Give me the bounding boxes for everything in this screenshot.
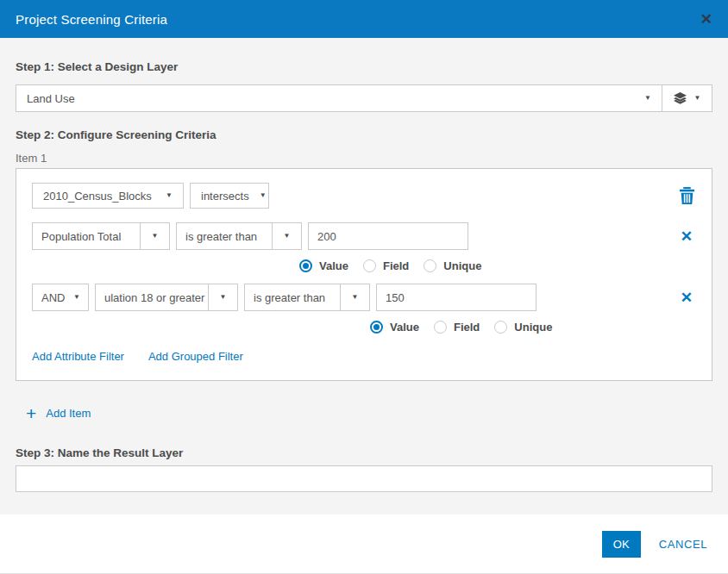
design-layer-value: Land Use [27, 92, 75, 105]
target-layer-dropdown[interactable]: 2010_Census_Blocks ▼ [32, 183, 184, 209]
spatial-operator-value: intersects [201, 190, 249, 203]
design-layer-select: Land Use ▼ ▼ [16, 84, 712, 112]
filter2-field-dropdown[interactable]: ulation 18 or greater ▼ [95, 284, 238, 311]
radio-icon[interactable] [434, 321, 447, 334]
filter2-operator-value: is greater than [245, 291, 340, 304]
chevron-down-icon: ▼ [220, 294, 227, 301]
dialog-header: Project Screening Criteria ✕ [0, 0, 728, 38]
chevron-down-icon: ▼ [73, 294, 80, 301]
add-item-label: Add Item [46, 407, 91, 420]
filter1-operator-dropdown[interactable]: is greater than ▼ [176, 222, 302, 250]
chevron-down-icon: ▼ [352, 294, 359, 301]
dialog-title: Project Screening Criteria [16, 12, 167, 27]
filter2-value-input[interactable] [376, 284, 537, 311]
spatial-operator-dropdown[interactable]: intersects ▼ [190, 183, 269, 209]
chevron-down-icon: ▼ [694, 95, 701, 102]
chevron-down-icon: ▼ [644, 95, 651, 102]
radio-icon[interactable] [363, 259, 376, 272]
filter2-logic-dropdown[interactable]: AND ▼ [32, 284, 89, 311]
dialog-body: Step 1: Select a Design Layer Land Use ▼… [0, 38, 728, 515]
step3-label: Step 3: Name the Result Layer [16, 446, 712, 459]
target-layer-value: 2010_Census_Blocks [43, 190, 152, 203]
screening-item-panel: 2010_Census_Blocks ▼ intersects ▼ [16, 168, 712, 381]
filter-links-row: Add Attribute Filter Add Grouped Filter [32, 350, 696, 363]
filter1-field-value: Population Total [33, 230, 140, 243]
filter2-logic-value: AND [33, 291, 66, 304]
plus-icon: + [26, 404, 36, 422]
filter2-mode-radios: Value Field Unique [32, 319, 696, 334]
filter1-mode-unique[interactable]: Unique [424, 259, 481, 272]
filter2-field-value: ulation 18 or greater [96, 291, 208, 304]
radio-selected-icon[interactable] [299, 259, 312, 272]
delete-item-button[interactable] [680, 187, 694, 204]
add-item-button[interactable]: + Add Item [26, 404, 91, 422]
trash-icon [680, 187, 694, 204]
chevron-down-icon: ▼ [155, 192, 173, 199]
chevron-down-icon: ▼ [249, 192, 267, 199]
item-label: Item 1 [16, 152, 712, 165]
layers-icon [674, 92, 687, 104]
filter-row-1: Population Total ▼ is greater than ▼ ✕ [32, 222, 696, 250]
cancel-button[interactable]: CANCEL [659, 538, 707, 551]
filter2-mode-unique[interactable]: Unique [494, 321, 552, 334]
close-icon[interactable]: ✕ [700, 12, 712, 27]
filter2-mode-value[interactable]: Value [370, 321, 419, 334]
design-layer-dropdown[interactable]: Land Use ▼ [16, 85, 662, 111]
expression-row: 2010_Census_Blocks ▼ intersects ▼ [32, 183, 696, 209]
ok-button[interactable]: OK [602, 531, 641, 558]
radio-icon[interactable] [424, 259, 436, 272]
filter1-mode-value[interactable]: Value [299, 259, 348, 272]
filter1-operator-value: is greater than [177, 230, 272, 243]
remove-filter2-icon[interactable]: ✕ [681, 290, 693, 305]
radio-icon[interactable] [494, 321, 507, 334]
radio-selected-icon[interactable] [370, 321, 383, 334]
chevron-down-icon: ▼ [152, 233, 159, 240]
filter2-operator-dropdown[interactable]: is greater than ▼ [244, 284, 370, 311]
result-layer-name-input[interactable] [16, 465, 712, 492]
filter1-field-dropdown[interactable]: Population Total ▼ [32, 222, 170, 250]
filter1-value-input[interactable] [308, 222, 468, 250]
project-screening-criteria-dialog: Project Screening Criteria ✕ Step 1: Sel… [0, 0, 728, 574]
dialog-footer: OK CANCEL [0, 515, 728, 573]
add-attribute-filter-link[interactable]: Add Attribute Filter [32, 350, 124, 363]
filter1-mode-field[interactable]: Field [363, 259, 409, 272]
remove-filter1-icon[interactable]: ✕ [681, 229, 693, 244]
filter2-mode-field[interactable]: Field [434, 321, 480, 334]
step1-label: Step 1: Select a Design Layer [16, 60, 712, 73]
filter1-mode-radios: Value Field Unique [32, 258, 696, 273]
filter-row-2: AND ▼ ulation 18 or greater ▼ is greater… [32, 284, 696, 311]
step2-label: Step 2: Configure Screening Criteria [16, 128, 712, 141]
layer-tools-dropdown[interactable]: ▼ [662, 85, 712, 111]
add-grouped-filter-link[interactable]: Add Grouped Filter [148, 350, 243, 363]
chevron-down-icon: ▼ [284, 233, 291, 240]
